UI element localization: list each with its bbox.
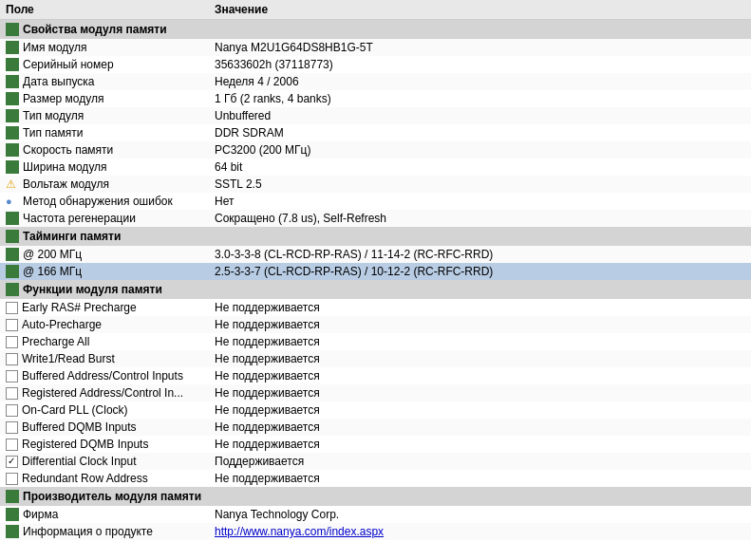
- cell-value-container: Не поддерживается: [215, 472, 745, 485]
- cell-value-container: PC3200 (200 МГц): [215, 143, 745, 157]
- cell-value-container: Не поддерживается: [215, 318, 745, 331]
- table-row: Тип модуля Unbuffered: [0, 107, 751, 124]
- cell-value: Не поддерживается: [215, 369, 320, 383]
- chip-icon: [6, 126, 19, 140]
- field-label: Registered Address/Control In...: [22, 386, 183, 400]
- cell-value: Не поддерживается: [215, 335, 320, 348]
- cell-value-container: Поддерживается: [215, 455, 745, 468]
- section-chip-icon: [6, 23, 19, 36]
- chip-icon: [6, 109, 19, 122]
- field-label: Частота регенерации: [23, 212, 136, 225]
- field-label: Тип модуля: [23, 109, 84, 122]
- cell-value-container: Не поддерживается: [215, 352, 745, 365]
- cell-field: Write1/Read Burst: [6, 352, 215, 365]
- table-row: @ 200 МГц 3.0-3-3-8 (CL-RCD-RP-RAS) / 11…: [0, 246, 751, 263]
- cell-value: Не поддерживается: [215, 403, 320, 417]
- field-label: On-Card PLL (Clock): [22, 403, 128, 417]
- checkbox-unchecked[interactable]: [6, 404, 18, 417]
- cell-value-container: Не поддерживается: [215, 403, 745, 417]
- field-label: Тип памяти: [23, 126, 83, 140]
- section-title: Тайминги памяти: [23, 230, 121, 243]
- section-chip-icon: [6, 230, 19, 243]
- value-column-header: Значение: [215, 3, 745, 16]
- sections-container: Свойства модуля памяти Имя модуля Nanya …: [0, 20, 751, 540]
- section-chip-icon: [6, 283, 19, 296]
- field-column-header: Поле: [6, 3, 215, 16]
- checkbox-unchecked[interactable]: [6, 336, 18, 348]
- cell-value: 35633602h (37118773): [215, 58, 333, 71]
- checkbox-unchecked[interactable]: [6, 353, 18, 365]
- cell-field: Имя модуля: [6, 41, 215, 54]
- checkbox-unchecked[interactable]: [6, 439, 18, 451]
- field-label: Buffered Address/Control Inputs: [22, 369, 183, 383]
- table-row: Скорость памяти PC3200 (200 МГц): [0, 141, 751, 159]
- checkbox-unchecked[interactable]: [6, 370, 18, 383]
- cell-value: 3.0-3-3-8 (CL-RCD-RP-RAS) / 11-14-2 (RC-…: [215, 248, 493, 261]
- table-row: Differential Clock Input Поддерживается: [0, 453, 751, 470]
- cell-value: Не поддерживается: [215, 472, 320, 485]
- section-header-properties: Свойства модуля памяти: [0, 20, 751, 39]
- field-label: Buffered DQMB Inputs: [22, 420, 137, 434]
- field-label: Вольтаж модуля: [23, 177, 109, 191]
- table-row: Ширина модуля 64 bit: [0, 159, 751, 176]
- checkbox-unchecked[interactable]: [6, 421, 18, 434]
- cell-field: @ 166 МГц: [6, 265, 215, 278]
- cell-field: Тип модуля: [6, 109, 215, 122]
- cell-value-container: Nanya M2U1G64DS8HB1G-5T: [215, 41, 745, 54]
- chip-icon: [6, 75, 19, 88]
- section-header-functions: Функции модуля памяти: [0, 280, 751, 299]
- field-label: Ширина модуля: [23, 160, 107, 174]
- cell-field: Registered Address/Control In...: [6, 386, 215, 400]
- section-title: Функции модуля памяти: [23, 283, 162, 296]
- table-row: Тип памяти DDR SDRAM: [0, 124, 751, 141]
- cell-field: Фирма: [6, 508, 215, 521]
- cell-field: @ 200 МГц: [6, 248, 215, 261]
- field-label: Precharge All: [22, 335, 89, 348]
- chip-icon: [6, 160, 19, 174]
- chip-icon: [6, 508, 19, 521]
- product-link[interactable]: http://www.nanya.com/index.aspx: [215, 525, 384, 538]
- chip-icon: [6, 41, 19, 54]
- checkbox-unchecked[interactable]: [6, 319, 18, 331]
- cell-value-container: Сокращено (7.8 us), Self-Refresh: [215, 212, 745, 225]
- cell-field: Buffered Address/Control Inputs: [6, 369, 215, 383]
- cell-field: Скорость памяти: [6, 143, 215, 157]
- table-row: Early RAS# Precharge Не поддерживается: [0, 299, 751, 316]
- chip-icon: [6, 58, 19, 71]
- checkbox-unchecked[interactable]: [6, 473, 18, 485]
- cell-value: Nanya M2U1G64DS8HB1G-5T: [215, 41, 373, 54]
- checkbox-unchecked[interactable]: [6, 302, 18, 314]
- field-label: Информация о продукте: [23, 525, 153, 538]
- cell-value-container: Nanya Technology Corp.: [215, 508, 745, 521]
- cell-field: Differential Clock Input: [6, 455, 215, 468]
- table-row: Дата выпуска Неделя 4 / 2006: [0, 73, 751, 90]
- checkbox-unchecked[interactable]: [6, 387, 18, 400]
- cell-value-container: Unbuffered: [215, 109, 745, 122]
- checkbox-checked[interactable]: [6, 456, 18, 468]
- cell-value: 2.5-3-3-7 (CL-RCD-RP-RAS) / 10-12-2 (RC-…: [215, 265, 493, 278]
- cell-value: 64 bit: [215, 160, 242, 174]
- section-title: Производитель модуля памяти: [23, 490, 201, 503]
- cell-field: Серийный номер: [6, 58, 215, 71]
- cell-value-container: 3.0-3-3-8 (CL-RCD-RP-RAS) / 11-14-2 (RC-…: [215, 248, 745, 261]
- table-row: Registered Address/Control In... Не подд…: [0, 384, 751, 401]
- cell-value-container: Не поддерживается: [215, 335, 745, 348]
- cell-value-container: Не поддерживается: [215, 420, 745, 434]
- table-row: On-Card PLL (Clock) Не поддерживается: [0, 401, 751, 419]
- field-label: Метод обнаружения ошибок: [23, 195, 173, 208]
- cell-field: Вольтаж модуля: [6, 177, 215, 191]
- table-row: Частота регенерации Сокращено (7.8 us), …: [0, 210, 751, 227]
- cell-value-container: Не поддерживается: [215, 369, 745, 383]
- cell-value: Не поддерживается: [215, 301, 320, 314]
- cell-field: Precharge All: [6, 335, 215, 348]
- field-label: Серийный номер: [23, 58, 114, 71]
- cell-value-container: DDR SDRAM: [215, 126, 745, 140]
- cell-value-container: Не поддерживается: [215, 438, 745, 451]
- field-label: Дата выпуска: [23, 75, 94, 88]
- field-label: Размер модуля: [23, 92, 103, 105]
- cell-field: Registered DQMB Inputs: [6, 438, 215, 451]
- cell-value: Не поддерживается: [215, 420, 320, 434]
- field-label: Differential Clock Input: [22, 455, 137, 468]
- cell-value-container: 35633602h (37118773): [215, 58, 745, 71]
- cell-value: Не поддерживается: [215, 386, 320, 400]
